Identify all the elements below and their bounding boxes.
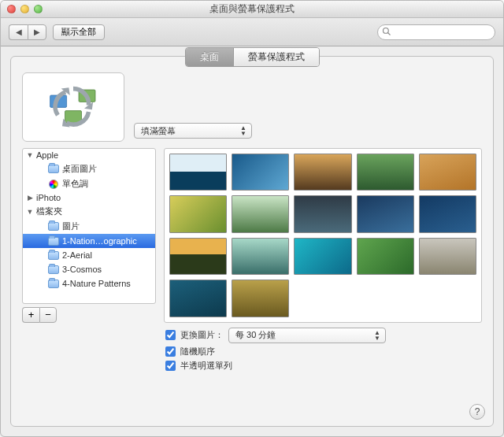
disclosure-triangle-icon: ▶: [26, 194, 34, 202]
change-interval-value: 每 30 分鐘: [235, 329, 276, 341]
folder-icon: [47, 264, 60, 275]
select-arrows-icon: ▲▼: [374, 330, 380, 341]
tree-item[interactable]: 1-Nation…ographic: [23, 234, 155, 248]
upper-area: 填滿螢幕 ▲▼: [11, 57, 493, 148]
tree-item-label: 1-Nation…ographic: [62, 236, 137, 246]
change-desktop-icon: [46, 83, 101, 131]
folder-icon: [47, 235, 60, 246]
source-tree[interactable]: ▼Apple桌面圖片單色調▶iPhoto▼檔案夾圖片1-Nation…ograp…: [22, 148, 156, 304]
wallpaper-thumbnail[interactable]: [232, 154, 289, 191]
thumbnail-grid-wrap: [164, 148, 482, 323]
tree-item-label: 單色調: [62, 178, 88, 190]
titlebar: 桌面與螢幕保護程式: [1, 1, 503, 18]
search-input[interactable]: [377, 24, 495, 40]
wallpaper-thumbnail[interactable]: [419, 195, 476, 232]
wallpaper-thumbnail[interactable]: [169, 154, 227, 191]
tree-group-label: Apple: [36, 150, 58, 160]
show-all-button[interactable]: 顯示全部: [53, 24, 105, 40]
wallpaper-thumbnail[interactable]: [294, 154, 351, 191]
change-picture-checkbox[interactable]: [165, 330, 176, 340]
tree-item-label: 圖片: [62, 220, 80, 232]
tree-group[interactable]: ▼檔案夾: [23, 204, 155, 219]
nav-buttons: ◀ ▶: [9, 24, 46, 40]
search-field-wrap: [377, 24, 495, 40]
folder-icon: [47, 221, 60, 232]
wallpaper-thumbnail[interactable]: [294, 195, 351, 232]
fit-select[interactable]: 填滿螢幕 ▲▼: [134, 123, 252, 139]
change-picture-label: 更換圖片：: [180, 329, 224, 341]
tree-item[interactable]: 2-Aerial: [23, 248, 155, 262]
tree-item-label: 2-Aerial: [62, 250, 92, 260]
wallpaper-thumbnail[interactable]: [357, 195, 414, 232]
window-title: 桌面與螢幕保護程式: [1, 2, 503, 16]
middle-area: ▼Apple桌面圖片單色調▶iPhoto▼檔案夾圖片1-Nation…ograp…: [11, 148, 493, 323]
tree-item[interactable]: 3-Cosmos: [23, 262, 155, 276]
wallpaper-thumbnail[interactable]: [357, 154, 414, 191]
tree-item-label: 3-Cosmos: [62, 265, 102, 274]
translucent-menubar-label: 半透明選單列: [180, 360, 232, 372]
remove-folder-button[interactable]: −: [39, 307, 57, 323]
random-order-label: 隨機順序: [180, 346, 215, 357]
tree-group-label: 檔案夾: [36, 206, 62, 217]
add-remove: + −: [22, 307, 156, 323]
svg-rect-4: [65, 111, 82, 123]
fit-select-value: 填滿螢幕: [141, 125, 176, 137]
folder-icon: [47, 164, 60, 175]
help-button[interactable]: ?: [469, 404, 485, 420]
wallpaper-thumbnail[interactable]: [419, 238, 476, 275]
tree-item[interactable]: 桌面圖片: [23, 161, 155, 176]
disclosure-triangle-icon: ▼: [26, 208, 34, 216]
random-order-checkbox[interactable]: [165, 346, 176, 357]
tree-item[interactable]: 圖片: [23, 219, 155, 234]
prefs-window: 桌面與螢幕保護程式 ◀ ▶ 顯示全部 桌面 螢幕保護程式: [0, 0, 504, 437]
wallpaper-thumbnail[interactable]: [294, 238, 351, 275]
disclosure-triangle-icon: ▼: [26, 151, 34, 159]
tree-item-label: 4-Nature Patterns: [62, 279, 131, 288]
desktop-preview: [22, 72, 124, 142]
wallpaper-thumbnail[interactable]: [419, 154, 476, 191]
select-arrows-icon: ▲▼: [240, 125, 246, 136]
svg-point-0: [384, 28, 389, 33]
search-icon: [382, 27, 391, 38]
wallpaper-thumbnail[interactable]: [357, 238, 414, 275]
tab-screensaver[interactable]: 螢幕保護程式: [233, 48, 319, 66]
wallpaper-thumbnail[interactable]: [169, 195, 227, 232]
toolbar: ◀ ▶ 顯示全部: [1, 18, 503, 46]
wallpaper-thumbnail[interactable]: [232, 195, 289, 232]
tree-group[interactable]: ▼Apple: [23, 149, 155, 161]
translucent-menubar-checkbox[interactable]: [165, 361, 176, 371]
sidebar: ▼Apple桌面圖片單色調▶iPhoto▼檔案夾圖片1-Nation…ograp…: [22, 148, 156, 323]
wallpaper-thumbnail[interactable]: [169, 238, 227, 275]
add-folder-button[interactable]: +: [22, 307, 39, 323]
wallpaper-thumbnail[interactable]: [169, 280, 227, 317]
back-button[interactable]: ◀: [9, 24, 28, 40]
bottom-options: 更換圖片： 每 30 分鐘 ▲▼ 隨機順序 半透明選單列: [11, 323, 493, 382]
forward-button[interactable]: ▶: [28, 24, 46, 40]
change-interval-select[interactable]: 每 30 分鐘 ▲▼: [228, 328, 386, 343]
tree-item[interactable]: 單色調: [23, 176, 155, 191]
folder-icon: [47, 250, 60, 261]
svg-line-1: [388, 32, 391, 35]
wallpaper-thumbnail[interactable]: [232, 280, 289, 317]
tree-item[interactable]: 4-Nature Patterns: [23, 276, 155, 291]
tree-group-label: iPhoto: [36, 193, 61, 202]
tree-group[interactable]: ▶iPhoto: [23, 191, 155, 204]
tab-desktop[interactable]: 桌面: [186, 48, 233, 66]
folder-icon: [47, 278, 60, 289]
body: 桌面 螢幕保護程式: [1, 46, 503, 436]
tab-strip: 桌面 螢幕保護程式: [11, 47, 493, 67]
wallpaper-thumbnail[interactable]: [232, 238, 289, 275]
color-wheel-icon: [47, 179, 60, 190]
tree-item-label: 桌面圖片: [62, 163, 97, 175]
tab-box: 桌面 螢幕保護程式: [10, 56, 494, 427]
thumbnail-grid[interactable]: [169, 154, 476, 317]
